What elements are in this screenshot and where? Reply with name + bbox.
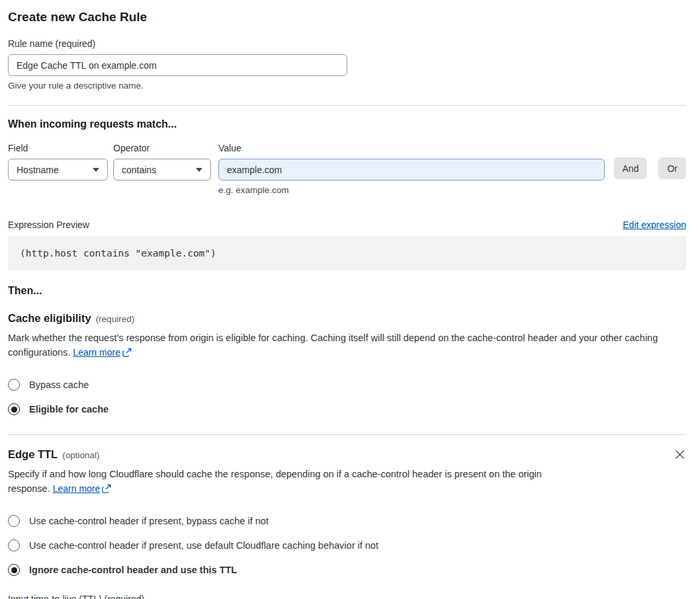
radio-option-label: Eligible for cache bbox=[29, 404, 109, 415]
radio-option-use-header-bypass[interactable]: Use cache-control header if present, byp… bbox=[8, 515, 686, 527]
cache-eligibility-description: Mark whether the request’s response from… bbox=[8, 331, 686, 361]
operator-select-value: contains bbox=[122, 165, 156, 175]
radio-icon[interactable] bbox=[8, 515, 20, 527]
divider bbox=[8, 434, 686, 435]
or-button[interactable]: Or bbox=[658, 157, 686, 179]
rule-name-section: Rule name (required) Give your rule a de… bbox=[8, 38, 686, 91]
radio-icon[interactable] bbox=[8, 539, 20, 551]
expression-preview-row: Expression Preview Edit expression bbox=[8, 220, 686, 230]
field-label: Field bbox=[8, 143, 108, 153]
ttl-input-label: Input time-to-live (TTL) (required) bbox=[8, 594, 686, 599]
expression-preview-label: Expression Preview bbox=[8, 220, 89, 230]
edge-ttl-heading: Edge TTL (optional) bbox=[8, 448, 99, 461]
expression-preview-code: (http.host contains "example.com") bbox=[8, 236, 686, 270]
edge-ttl-header: Edge TTL (optional) bbox=[8, 448, 686, 461]
radio-option-ignore-header-use-ttl[interactable]: Ignore cache-control header and use this… bbox=[8, 564, 686, 576]
divider bbox=[8, 105, 686, 106]
value-label: Value bbox=[218, 143, 605, 153]
radio-icon[interactable] bbox=[8, 564, 20, 576]
chevron-down-icon bbox=[196, 168, 202, 172]
cache-eligibility-title: Cache eligibility bbox=[8, 312, 91, 325]
radio-icon[interactable] bbox=[8, 403, 20, 415]
radio-option-label: Use cache-control header if present, byp… bbox=[29, 516, 269, 526]
edge-ttl-title: Edge TTL bbox=[8, 448, 58, 461]
page-title: Create new Cache Rule bbox=[8, 9, 686, 24]
rule-name-label: Rule name (required) bbox=[8, 38, 686, 49]
operator-column: Operator contains bbox=[113, 143, 211, 180]
value-input[interactable] bbox=[218, 159, 605, 180]
match-expression-row: Field Hostname Operator contains Value e… bbox=[8, 143, 686, 195]
create-cache-rule-form: Create new Cache Rule Rule name (require… bbox=[0, 0, 700, 599]
radio-icon[interactable] bbox=[8, 379, 20, 391]
external-link-icon bbox=[122, 347, 132, 362]
edit-expression-link[interactable]: Edit expression bbox=[623, 220, 686, 230]
external-link-icon bbox=[102, 483, 111, 498]
radio-option-eligible-for-cache[interactable]: Eligible for cache bbox=[8, 403, 686, 415]
cache-eligibility-qualifier: (required) bbox=[96, 314, 135, 324]
edge-ttl-description: Specify if and how long Cloudflare shoul… bbox=[8, 467, 558, 497]
match-section-heading: When incoming requests match... bbox=[8, 118, 686, 130]
rule-name-helper: Give your rule a descriptive name. bbox=[8, 81, 686, 91]
operator-label: Operator bbox=[113, 143, 211, 153]
value-column: Value e.g. example.com bbox=[218, 143, 605, 195]
field-column: Field Hostname bbox=[8, 143, 108, 180]
then-heading: Then... bbox=[8, 285, 686, 297]
cache-eligibility-learn-more-link[interactable]: Learn more bbox=[73, 347, 120, 358]
and-button[interactable]: And bbox=[614, 157, 648, 179]
condition-buttons: And Or bbox=[614, 143, 686, 179]
cache-eligibility-heading: Cache eligibility (required) bbox=[8, 312, 686, 325]
value-helper: e.g. example.com bbox=[218, 185, 605, 195]
radio-option-label: Use cache-control header if present, use… bbox=[29, 540, 378, 551]
operator-select[interactable]: contains bbox=[113, 159, 211, 180]
close-icon[interactable] bbox=[674, 448, 686, 461]
radio-option-label: Bypass cache bbox=[29, 379, 89, 390]
edge-ttl-qualifier: (optional) bbox=[62, 450, 99, 460]
field-select[interactable]: Hostname bbox=[8, 159, 108, 180]
field-select-value: Hostname bbox=[17, 165, 59, 175]
radio-option-bypass-cache[interactable]: Bypass cache bbox=[8, 379, 686, 391]
radio-option-use-header-default[interactable]: Use cache-control header if present, use… bbox=[8, 539, 686, 551]
chevron-down-icon bbox=[93, 168, 99, 172]
radio-option-label: Ignore cache-control header and use this… bbox=[29, 565, 237, 575]
edge-ttl-learn-more-link[interactable]: Learn more bbox=[53, 483, 101, 494]
rule-name-input[interactable] bbox=[8, 54, 347, 76]
